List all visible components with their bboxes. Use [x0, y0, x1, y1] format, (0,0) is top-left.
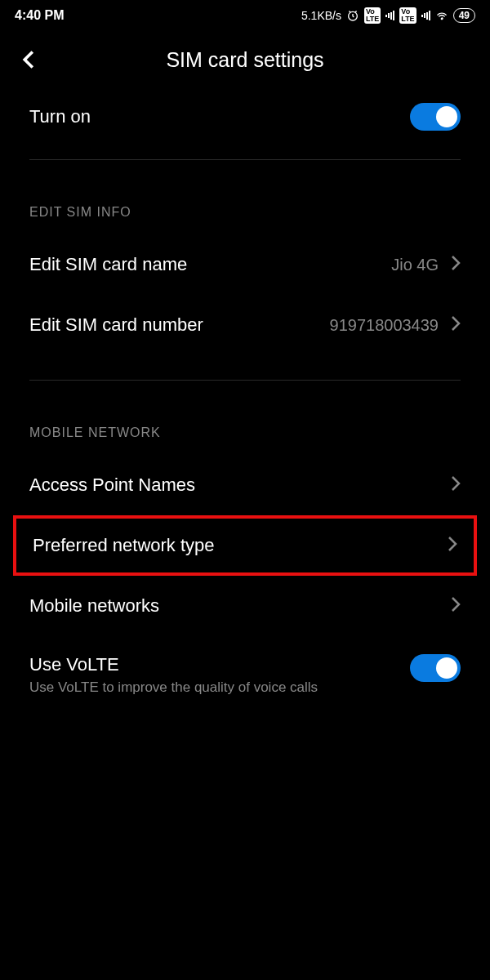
page-title: SIM card settings	[166, 48, 323, 72]
sim-name-label: Edit SIM card name	[29, 254, 187, 275]
signal-icon-2	[421, 11, 430, 20]
chevron-right-icon	[451, 315, 461, 335]
sim-number-label: Edit SIM card number	[29, 314, 203, 336]
turn-on-row: Turn on	[0, 95, 490, 159]
section-edit-sim: EDIT SIM INFO	[0, 160, 490, 234]
volte-toggle[interactable]	[410, 654, 461, 682]
mobile-networks-label: Mobile networks	[29, 595, 159, 617]
preferred-network-label: Preferred network type	[33, 535, 215, 556]
volte-icon-1: VoLTE	[364, 7, 381, 24]
toggle-knob	[436, 106, 457, 127]
sim-number-value: 919718003439	[330, 316, 439, 335]
apn-row[interactable]: Access Point Names	[0, 455, 490, 515]
turn-on-label: Turn on	[29, 106, 91, 127]
sim-name-value: Jio 4G	[391, 256, 439, 274]
back-button[interactable]	[16, 47, 41, 72]
chevron-right-icon	[451, 475, 461, 495]
section-mobile-network: MOBILE NETWORK	[0, 381, 490, 455]
volte-sublabel: Use VoLTE to improve the quality of voic…	[29, 679, 394, 697]
status-speed: 5.1KB/s	[301, 9, 341, 22]
volte-label: Use VoLTE	[29, 654, 394, 675]
edit-sim-name-row[interactable]: Edit SIM card name Jio 4G	[0, 234, 490, 295]
apn-label: Access Point Names	[29, 474, 195, 496]
mobile-networks-row[interactable]: Mobile networks	[0, 576, 490, 636]
battery-icon: 49	[453, 8, 475, 23]
use-volte-row: Use VoLTE Use VoLTE to improve the quali…	[0, 636, 490, 715]
chevron-right-icon	[448, 536, 457, 555]
preferred-network-type-row[interactable]: Preferred network type	[13, 515, 477, 576]
chevron-left-icon	[22, 50, 35, 69]
status-indicators: 5.1KB/s VoLTE VoLTE 49	[301, 7, 475, 24]
alarm-icon	[346, 9, 359, 22]
volte-icon-2: VoLTE	[399, 7, 416, 24]
status-time: 4:40 PM	[15, 8, 64, 23]
signal-icon-1	[385, 11, 394, 20]
header: SIM card settings	[0, 31, 490, 95]
wifi-icon	[435, 9, 448, 22]
chevron-right-icon	[451, 255, 461, 274]
turn-on-toggle[interactable]	[410, 103, 461, 131]
edit-sim-number-row[interactable]: Edit SIM card number 919718003439	[0, 295, 490, 355]
toggle-knob	[436, 657, 457, 679]
status-bar: 4:40 PM 5.1KB/s VoLTE VoLTE 49	[0, 0, 490, 31]
chevron-right-icon	[451, 596, 461, 616]
